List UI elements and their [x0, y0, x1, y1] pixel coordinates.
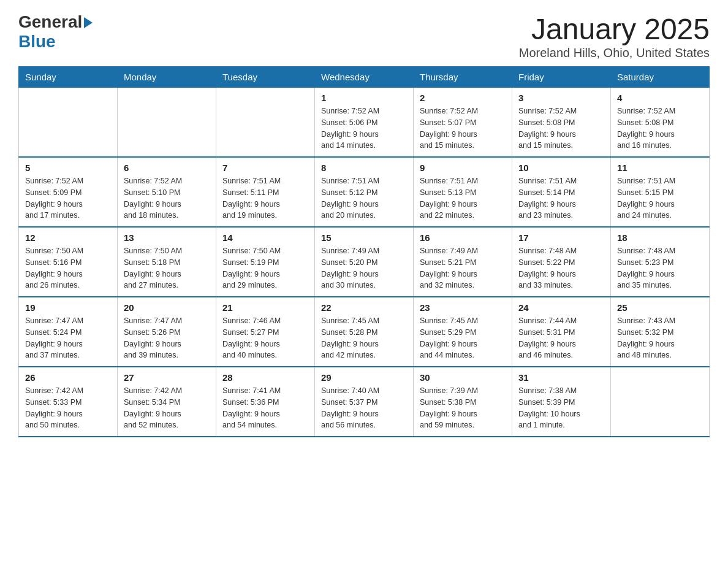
day-number: 16: [420, 232, 506, 243]
calendar-cell: 6Sunrise: 7:52 AM Sunset: 5:10 PM Daylig…: [118, 157, 216, 227]
day-info: Sunrise: 7:51 AM Sunset: 5:14 PM Dayligh…: [518, 175, 604, 221]
logo-blue: Blue: [18, 32, 56, 52]
header-day-thursday: Thursday: [414, 67, 512, 88]
day-info: Sunrise: 7:50 AM Sunset: 5:16 PM Dayligh…: [25, 245, 111, 291]
day-number: 31: [518, 372, 604, 383]
week-row-1: 1Sunrise: 7:52 AM Sunset: 5:06 PM Daylig…: [19, 88, 710, 158]
day-number: 15: [321, 232, 407, 243]
calendar-cell: 27Sunrise: 7:42 AM Sunset: 5:34 PM Dayli…: [118, 367, 216, 437]
day-info: Sunrise: 7:51 AM Sunset: 5:12 PM Dayligh…: [321, 175, 407, 221]
day-info: Sunrise: 7:38 AM Sunset: 5:39 PM Dayligh…: [518, 385, 604, 431]
day-number: 4: [617, 93, 703, 103]
calendar-subtitle: Moreland Hills, Ohio, United States: [519, 46, 710, 60]
calendar-cell: 29Sunrise: 7:40 AM Sunset: 5:37 PM Dayli…: [315, 367, 414, 437]
day-number: 22: [321, 302, 407, 313]
day-number: 10: [518, 163, 604, 173]
day-info: Sunrise: 7:52 AM Sunset: 5:08 PM Dayligh…: [518, 105, 604, 151]
day-info: Sunrise: 7:52 AM Sunset: 5:06 PM Dayligh…: [321, 105, 407, 151]
week-row-3: 12Sunrise: 7:50 AM Sunset: 5:16 PM Dayli…: [19, 227, 710, 297]
calendar-cell: [611, 367, 710, 437]
calendar-cell: 13Sunrise: 7:50 AM Sunset: 5:18 PM Dayli…: [118, 227, 216, 297]
calendar-cell: 14Sunrise: 7:50 AM Sunset: 5:19 PM Dayli…: [216, 227, 315, 297]
header-day-saturday: Saturday: [611, 67, 710, 88]
calendar-table: SundayMondayTuesdayWednesdayThursdayFrid…: [18, 66, 710, 437]
header-day-wednesday: Wednesday: [315, 67, 414, 88]
day-info: Sunrise: 7:52 AM Sunset: 5:07 PM Dayligh…: [420, 105, 506, 151]
calendar-cell: 18Sunrise: 7:48 AM Sunset: 5:23 PM Dayli…: [611, 227, 710, 297]
day-info: Sunrise: 7:47 AM Sunset: 5:26 PM Dayligh…: [124, 315, 210, 361]
calendar-cell: 12Sunrise: 7:50 AM Sunset: 5:16 PM Dayli…: [19, 227, 118, 297]
day-number: 1: [321, 93, 407, 103]
day-info: Sunrise: 7:41 AM Sunset: 5:36 PM Dayligh…: [222, 385, 308, 431]
calendar-cell: 25Sunrise: 7:43 AM Sunset: 5:32 PM Dayli…: [611, 297, 710, 367]
calendar-cell: 26Sunrise: 7:42 AM Sunset: 5:33 PM Dayli…: [19, 367, 118, 437]
day-number: 21: [222, 302, 308, 313]
day-number: 14: [222, 232, 308, 243]
calendar-cell: 24Sunrise: 7:44 AM Sunset: 5:31 PM Dayli…: [512, 297, 611, 367]
calendar-cell: [216, 88, 315, 158]
calendar-cell: 16Sunrise: 7:49 AM Sunset: 5:21 PM Dayli…: [414, 227, 512, 297]
day-info: Sunrise: 7:52 AM Sunset: 5:09 PM Dayligh…: [25, 175, 111, 221]
calendar-cell: 20Sunrise: 7:47 AM Sunset: 5:26 PM Dayli…: [118, 297, 216, 367]
day-info: Sunrise: 7:40 AM Sunset: 5:37 PM Dayligh…: [321, 385, 407, 431]
logo-general: General: [18, 12, 82, 32]
day-info: Sunrise: 7:42 AM Sunset: 5:33 PM Dayligh…: [25, 385, 111, 431]
week-row-5: 26Sunrise: 7:42 AM Sunset: 5:33 PM Dayli…: [19, 367, 710, 437]
day-number: 30: [420, 372, 506, 383]
header-day-sunday: Sunday: [19, 67, 118, 88]
calendar-cell: 10Sunrise: 7:51 AM Sunset: 5:14 PM Dayli…: [512, 157, 611, 227]
logo-triangle-icon: [84, 17, 93, 28]
calendar-cell: 4Sunrise: 7:52 AM Sunset: 5:08 PM Daylig…: [611, 88, 710, 158]
day-info: Sunrise: 7:45 AM Sunset: 5:29 PM Dayligh…: [420, 315, 506, 361]
day-number: 18: [617, 232, 703, 243]
day-number: 8: [321, 163, 407, 173]
header-row: SundayMondayTuesdayWednesdayThursdayFrid…: [19, 67, 710, 88]
day-number: 12: [25, 232, 111, 243]
calendar-cell: 19Sunrise: 7:47 AM Sunset: 5:24 PM Dayli…: [19, 297, 118, 367]
calendar-cell: 7Sunrise: 7:51 AM Sunset: 5:11 PM Daylig…: [216, 157, 315, 227]
day-number: 13: [124, 232, 210, 243]
day-info: Sunrise: 7:51 AM Sunset: 5:11 PM Dayligh…: [222, 175, 308, 221]
page-header: General Blue January 2025 Moreland Hills…: [18, 12, 710, 60]
day-info: Sunrise: 7:39 AM Sunset: 5:38 PM Dayligh…: [420, 385, 506, 431]
calendar-header: SundayMondayTuesdayWednesdayThursdayFrid…: [19, 67, 710, 88]
calendar-body: 1Sunrise: 7:52 AM Sunset: 5:06 PM Daylig…: [19, 88, 710, 437]
calendar-cell: 21Sunrise: 7:46 AM Sunset: 5:27 PM Dayli…: [216, 297, 315, 367]
day-number: 20: [124, 302, 210, 313]
calendar-cell: 23Sunrise: 7:45 AM Sunset: 5:29 PM Dayli…: [414, 297, 512, 367]
day-number: 27: [124, 372, 210, 383]
calendar-cell: 11Sunrise: 7:51 AM Sunset: 5:15 PM Dayli…: [611, 157, 710, 227]
day-info: Sunrise: 7:51 AM Sunset: 5:15 PM Dayligh…: [617, 175, 703, 221]
header-day-tuesday: Tuesday: [216, 67, 315, 88]
day-info: Sunrise: 7:49 AM Sunset: 5:21 PM Dayligh…: [420, 245, 506, 291]
day-info: Sunrise: 7:43 AM Sunset: 5:32 PM Dayligh…: [617, 315, 703, 361]
calendar-cell: 30Sunrise: 7:39 AM Sunset: 5:38 PM Dayli…: [414, 367, 512, 437]
day-info: Sunrise: 7:44 AM Sunset: 5:31 PM Dayligh…: [518, 315, 604, 361]
title-block: January 2025 Moreland Hills, Ohio, Unite…: [519, 12, 710, 60]
calendar-cell: 17Sunrise: 7:48 AM Sunset: 5:22 PM Dayli…: [512, 227, 611, 297]
calendar-cell: 5Sunrise: 7:52 AM Sunset: 5:09 PM Daylig…: [19, 157, 118, 227]
calendar-cell: 1Sunrise: 7:52 AM Sunset: 5:06 PM Daylig…: [315, 88, 414, 158]
day-number: 11: [617, 163, 703, 173]
calendar-cell: 9Sunrise: 7:51 AM Sunset: 5:13 PM Daylig…: [414, 157, 512, 227]
day-number: 2: [420, 93, 506, 103]
header-day-friday: Friday: [512, 67, 611, 88]
day-info: Sunrise: 7:51 AM Sunset: 5:13 PM Dayligh…: [420, 175, 506, 221]
day-number: 23: [420, 302, 506, 313]
calendar-cell: [118, 88, 216, 158]
header-day-monday: Monday: [118, 67, 216, 88]
calendar-cell: [19, 88, 118, 158]
day-info: Sunrise: 7:42 AM Sunset: 5:34 PM Dayligh…: [124, 385, 210, 431]
day-info: Sunrise: 7:50 AM Sunset: 5:19 PM Dayligh…: [222, 245, 308, 291]
day-number: 9: [420, 163, 506, 173]
day-number: 7: [222, 163, 308, 173]
day-info: Sunrise: 7:50 AM Sunset: 5:18 PM Dayligh…: [124, 245, 210, 291]
calendar-cell: 28Sunrise: 7:41 AM Sunset: 5:36 PM Dayli…: [216, 367, 315, 437]
calendar-cell: 22Sunrise: 7:45 AM Sunset: 5:28 PM Dayli…: [315, 297, 414, 367]
week-row-4: 19Sunrise: 7:47 AM Sunset: 5:24 PM Dayli…: [19, 297, 710, 367]
day-number: 19: [25, 302, 111, 313]
calendar-cell: 3Sunrise: 7:52 AM Sunset: 5:08 PM Daylig…: [512, 88, 611, 158]
day-number: 3: [518, 93, 604, 103]
day-info: Sunrise: 7:47 AM Sunset: 5:24 PM Dayligh…: [25, 315, 111, 361]
calendar-cell: 15Sunrise: 7:49 AM Sunset: 5:20 PM Dayli…: [315, 227, 414, 297]
